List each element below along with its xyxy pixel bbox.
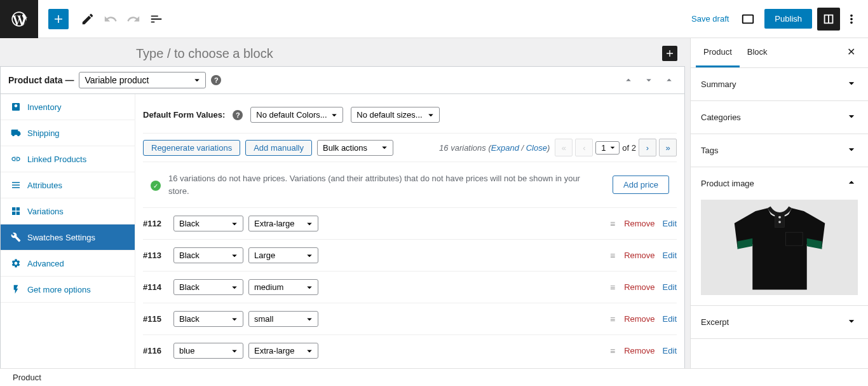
check-icon — [151, 181, 161, 191]
tab-label: Attributes — [27, 181, 62, 190]
tab-label: Linked Products — [27, 155, 86, 164]
variation-row: #116 blue Extra-large ≡ Remove Edit — [143, 334, 677, 366]
edit-variation-link[interactable]: Edit — [663, 314, 677, 324]
notice-text: 16 variations do not have prices. Variat… — [168, 172, 597, 197]
page-select[interactable]: 1 — [595, 141, 620, 155]
variation-size-select[interactable]: Extra-large — [248, 343, 318, 359]
remove-variation-link[interactable]: Remove — [624, 282, 654, 292]
more-options-button[interactable] — [840, 8, 863, 31]
variation-size-select[interactable]: small — [248, 311, 318, 327]
wordpress-logo[interactable] — [0, 0, 38, 38]
preview-button[interactable] — [736, 8, 759, 31]
variation-row: #114 Black medium ≡ Remove Edit — [143, 271, 677, 303]
variation-id: #113 — [143, 251, 168, 260]
tab-variations[interactable]: Variations — [1, 198, 135, 224]
add-price-button[interactable]: Add price — [613, 176, 669, 194]
close-link[interactable]: Close — [526, 143, 547, 153]
panel-summary[interactable]: Summary — [691, 68, 868, 100]
panel-tags[interactable]: Tags — [691, 134, 868, 167]
panel-excerpt[interactable]: Excerpt — [691, 306, 868, 338]
variation-color-select[interactable]: Black — [173, 216, 243, 231]
price-notice: 16 variations do not have prices. Variat… — [143, 162, 677, 207]
panel-move-down[interactable] — [641, 72, 656, 88]
edit-variation-link[interactable]: Edit — [663, 251, 677, 260]
variation-size-select[interactable]: Large — [248, 247, 318, 263]
edit-variation-link[interactable]: Edit — [663, 282, 677, 292]
add-manually-button[interactable]: Add manually — [245, 140, 312, 156]
help-icon[interactable]: ? — [233, 110, 243, 120]
tab-attributes[interactable]: Attributes — [1, 172, 135, 198]
add-block-button[interactable] — [48, 9, 69, 29]
page-last-button[interactable]: » — [659, 139, 677, 156]
remove-variation-link[interactable]: Remove — [624, 219, 654, 228]
variation-size-select[interactable]: Extra-large — [248, 216, 318, 231]
variation-color-select[interactable]: blue — [173, 343, 243, 359]
panel-toggle[interactable] — [661, 72, 677, 88]
footer-breadcrumb: Product — [0, 368, 868, 386]
product-data-content: Default Form Values: ? No default Colors… — [135, 94, 684, 374]
product-data-label: Product data — — [8, 75, 74, 85]
link-icon — [11, 154, 21, 164]
editor-area: Type / to choose a block Product data — … — [0, 38, 690, 386]
svg-point-2 — [778, 221, 781, 223]
tab-linked-products[interactable]: Linked Products — [1, 146, 135, 172]
tab-advanced[interactable]: Advanced — [1, 251, 135, 277]
tab-shipping[interactable]: Shipping — [1, 120, 135, 146]
edit-tool-button[interactable] — [76, 8, 99, 31]
default-size-select[interactable]: No default sizes... — [351, 107, 440, 123]
publish-button[interactable]: Publish — [764, 9, 812, 29]
default-form-values-label: Default Form Values: — [143, 110, 225, 120]
panel-product-image[interactable]: Product image — [691, 167, 868, 200]
product-type-select[interactable]: Variable product — [79, 72, 206, 88]
page-first-button: « — [555, 139, 573, 156]
tab-swatches-settings[interactable]: Swatches Settings — [1, 224, 135, 251]
expand-link[interactable]: Expand — [491, 143, 519, 153]
edit-variation-link[interactable]: Edit — [663, 346, 677, 355]
block-hint-text[interactable]: Type / to choose a block — [136, 46, 273, 61]
page-next-button[interactable]: › — [639, 139, 656, 156]
sidebar-tab-block[interactable]: Block — [740, 38, 775, 67]
top-toolbar: Save draft Publish — [0, 0, 868, 38]
regenerate-variations-button[interactable]: Regenerate variations — [143, 140, 240, 156]
remove-variation-link[interactable]: Remove — [624, 251, 654, 260]
variation-row: #115 Black small ≡ Remove Edit — [143, 303, 677, 334]
inventory-icon — [11, 102, 21, 112]
document-overview-button[interactable] — [145, 8, 168, 31]
panel-move-up[interactable] — [621, 72, 636, 88]
sidebar-tab-product[interactable]: Product — [696, 38, 740, 67]
drag-handle-icon[interactable]: ≡ — [610, 219, 616, 229]
default-color-select[interactable]: No default Colors... — [250, 107, 343, 123]
settings-sidebar-button[interactable] — [817, 8, 840, 31]
remove-variation-link[interactable]: Remove — [624, 314, 654, 324]
lightning-icon — [11, 284, 21, 294]
svg-point-1 — [778, 216, 781, 219]
variation-id: #114 — [143, 282, 168, 292]
drag-handle-icon[interactable]: ≡ — [610, 251, 616, 261]
variations-icon — [11, 206, 21, 216]
tab-get-more-options[interactable]: Get more options — [1, 277, 135, 303]
variation-color-select[interactable]: Black — [173, 247, 243, 263]
attributes-icon — [11, 180, 21, 190]
chevron-down-icon — [845, 110, 858, 125]
chevron-down-icon — [845, 77, 858, 92]
product-image-preview[interactable] — [701, 200, 858, 295]
drag-handle-icon[interactable]: ≡ — [610, 314, 616, 324]
save-draft-button[interactable]: Save draft — [684, 10, 736, 27]
chevron-down-icon — [845, 315, 858, 329]
tab-inventory[interactable]: Inventory — [1, 94, 135, 120]
variation-id: #112 — [143, 219, 168, 228]
drag-handle-icon[interactable]: ≡ — [610, 282, 616, 293]
wrench-icon — [11, 232, 21, 242]
edit-variation-link[interactable]: Edit — [663, 219, 677, 228]
bulk-actions-select[interactable]: Bulk actions — [317, 140, 393, 156]
tab-label: Get more options — [27, 285, 91, 294]
panel-categories[interactable]: Categories — [691, 101, 868, 134]
block-add-button[interactable] — [662, 46, 677, 61]
variation-size-select[interactable]: medium — [248, 279, 318, 295]
help-icon[interactable]: ? — [211, 75, 221, 85]
remove-variation-link[interactable]: Remove — [624, 346, 654, 355]
variation-color-select[interactable]: Black — [173, 311, 243, 327]
sidebar-close-button[interactable]: ✕ — [839, 38, 863, 67]
drag-handle-icon[interactable]: ≡ — [610, 346, 616, 356]
variation-color-select[interactable]: Black — [173, 279, 243, 295]
